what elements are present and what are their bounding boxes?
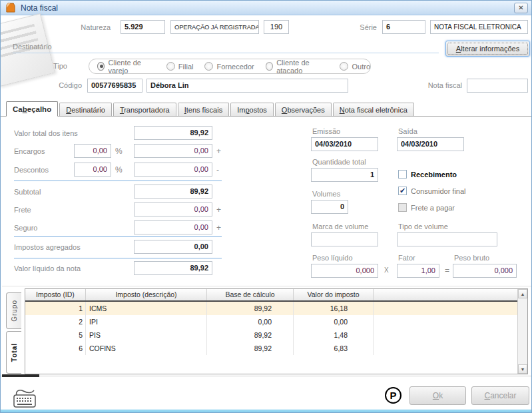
tax-table: Imposto (ID) Imposto (descrição) Base de… [25, 288, 528, 374]
descontos-field[interactable]: 0,00 [134, 163, 212, 177]
minus-sign: - [216, 165, 219, 175]
alterar-informacoes-button[interactable]: Alterar informações [445, 41, 530, 57]
marca-volume-field[interactable] [311, 232, 378, 246]
radio-icon [97, 62, 105, 71]
col-imposto-descricao[interactable]: Imposto (descrição) [86, 289, 207, 300]
serie-label: Série [337, 23, 377, 31]
p-shortcut-icon[interactable]: P [385, 387, 401, 404]
codigo-field[interactable]: 00577695835 [87, 79, 142, 93]
natureza-label: Natureza [64, 23, 111, 31]
checkbox-checked-icon: ✔ [398, 187, 407, 195]
radio-cliente-de-varejo[interactable]: Cliente de varejo [97, 59, 155, 75]
plus-sign: + [216, 147, 221, 156]
radio-icon [340, 62, 348, 71]
valor-total-field[interactable]: 89,92 [134, 126, 212, 140]
percent-sign: % [115, 147, 123, 156]
serie-code-field[interactable]: 6 [382, 20, 425, 34]
saida-label: Saída [398, 127, 417, 135]
natureza-code-field[interactable]: 5.929 [121, 20, 165, 34]
radio-icon [166, 62, 175, 71]
checkbox-icon [398, 170, 407, 179]
seguro-label: Seguro [14, 224, 37, 232]
table-row[interactable]: 5 PIS 89,92 1,48 [25, 328, 527, 342]
close-icon[interactable]: ✕ [514, 3, 528, 13]
consumidor-final-checkbox[interactable]: ✔ Consumidor final [398, 187, 466, 195]
descontos-pct-field[interactable]: 0,00 [74, 163, 111, 177]
emissao-field[interactable]: 04/03/2010 [311, 137, 378, 151]
peso-bruto-field[interactable]: 0,000 [453, 264, 517, 278]
nota-fiscal-window: Nota fiscal ✕ Natureza 5.929 OPERAÇÃO JÁ… [0, 0, 532, 413]
radio-cliente-de-atacado[interactable]: Cliente de atacado [266, 59, 329, 75]
nota-fiscal-field[interactable] [467, 79, 528, 93]
impostos-agregados-label: Impostos agregados [14, 243, 81, 251]
natureza-desc-field[interactable]: OPERAÇÃO JÁ REGISTRADA EM ECF [170, 20, 259, 34]
percent-sign: % [115, 165, 123, 175]
section-divider [13, 53, 439, 53]
volumes-label: Volumes [312, 190, 340, 198]
keyboard-icon[interactable] [11, 386, 39, 410]
tipo-volume-label: Tipo de volume [398, 222, 448, 230]
blue-divider [14, 181, 222, 181]
blue-divider [14, 258, 222, 258]
nota-fiscal-label: Nota fiscal [412, 81, 462, 89]
peso-bruto-label: Peso bruto [454, 254, 489, 262]
tab-nota-fiscal-eletronica[interactable]: Nota fiscal eletrônica [333, 103, 414, 116]
frete-label: Frete [14, 206, 31, 214]
nome-destinatario-field[interactable]: Débora Lin [146, 79, 348, 93]
tab-observacoes[interactable]: Observações [275, 103, 332, 116]
tab-itens-fiscais[interactable]: Itens fiscais [178, 103, 229, 116]
valor-liquido-label: Valor líquido da nota [14, 264, 81, 272]
volumes-field[interactable]: 0 [311, 200, 348, 214]
frete-a-pagar-checkbox[interactable]: Frete a pagar [398, 203, 455, 212]
vtab-total[interactable]: Total [6, 331, 21, 374]
ok-button[interactable]: Ok [409, 386, 466, 405]
tab-impostos[interactable]: Impostos [230, 103, 274, 116]
fator-field[interactable]: 1,00 [397, 264, 439, 278]
col-imposto-id[interactable]: Imposto (ID) [25, 289, 86, 300]
tipo-volume-field[interactable] [397, 232, 497, 246]
tab-cabecalho[interactable]: Cabeçalho [6, 101, 58, 117]
subtotal-field[interactable]: 89,92 [134, 185, 212, 199]
footer-divider [1, 376, 532, 376]
peso-liquido-field[interactable]: 0,000 [311, 264, 378, 278]
codigo-label: Código [41, 81, 82, 89]
equals-sign: = [445, 266, 449, 275]
serie-desc-field[interactable]: NOTA FISCAL ELETRONICA [430, 20, 528, 34]
table-row[interactable]: 2 IPI 0,00 0,00 [25, 315, 527, 328]
destinatario-section-label: Destinatário [13, 43, 52, 51]
cancel-button[interactable]: Cancelar [471, 386, 529, 405]
recebimento-checkbox[interactable]: Recebimento [398, 170, 457, 179]
col-base-de-calculo[interactable]: Base de cálculo [207, 289, 294, 300]
natureza-num-field[interactable]: 190 [264, 20, 289, 34]
plus-sign: + [216, 223, 221, 232]
window-title: Nota fiscal [21, 3, 58, 13]
encargos-field[interactable]: 0,00 [134, 144, 212, 158]
vtab-grupo[interactable]: Grupo [6, 292, 21, 329]
radio-fornecedor[interactable]: Fornecedor [204, 62, 254, 71]
table-row[interactable]: 1 ICMS 89,92 16,18 [25, 302, 527, 315]
encargos-pct-field[interactable]: 0,00 [74, 144, 111, 158]
subtotal-label: Subtotal [14, 188, 41, 196]
col-valor-do-imposto[interactable]: Valor do imposto [294, 289, 374, 300]
valor-liquido-field[interactable]: 89,92 [134, 261, 212, 275]
tipo-radio-group: Cliente de varejo Filial Fornecedor Clie… [89, 59, 371, 74]
radio-filial[interactable]: Filial [166, 62, 194, 71]
plus-sign: + [216, 205, 221, 214]
seguro-field[interactable]: 0,00 [134, 220, 212, 234]
scroll-down-icon[interactable]: ▼ [518, 364, 527, 374]
table-row[interactable]: 6 COFINS 89,92 6,83 [25, 342, 527, 355]
tabstrip: Cabeçalho Destinatário Transportadora It… [1, 101, 531, 117]
frete-field[interactable]: 0,00 [134, 203, 212, 216]
tipo-label: Tipo [41, 62, 67, 70]
encargos-label: Encargos [14, 147, 45, 155]
impostos-agregados-field[interactable]: 0,00 [134, 240, 212, 254]
saida-field[interactable]: 04/03/2010 [397, 137, 464, 151]
quantidade-total-field[interactable]: 1 [311, 168, 378, 182]
scroll-up-icon[interactable]: ▲ [518, 289, 527, 298]
radio-icon [204, 62, 213, 71]
radio-outro[interactable]: Outro [340, 62, 370, 71]
tab-transportadora[interactable]: Transportadora [113, 103, 176, 116]
tab-destinatario[interactable]: Destinatário [59, 103, 112, 116]
table-scrollbar[interactable]: ▲ ▼ [517, 289, 527, 374]
multiply-sign: X [384, 266, 389, 274]
